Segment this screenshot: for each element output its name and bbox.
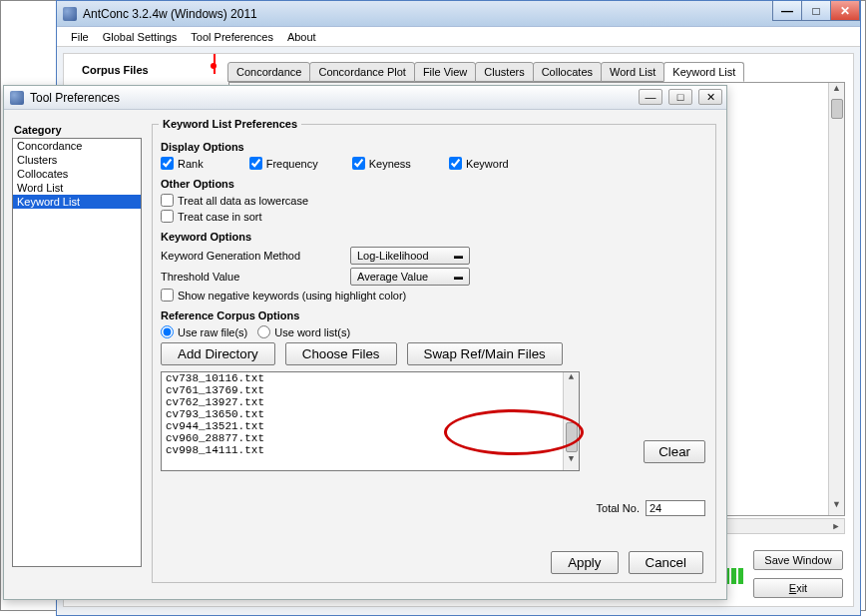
window-maximize-button[interactable]: □ [801,1,831,21]
keyword-gen-method-value: Log-Likelihood [357,250,429,262]
scroll-up-icon[interactable]: ▲ [564,372,579,388]
keyword-label: Keyword [466,158,509,170]
keyword-options-heading: Keyword Options [161,231,707,243]
tab-file-view[interactable]: File View [414,62,476,82]
total-no-label: Total No. [597,502,640,514]
file-row[interactable]: cv761_13769.txt [162,384,579,396]
tool-tabs: Concordance Concordance Plot File View C… [228,62,744,82]
menu-file[interactable]: File [67,31,93,43]
dialog-title: Tool Preferences [30,91,120,105]
results-vertical-scrollbar[interactable]: ▲ ▼ [828,83,844,515]
dialog-titlebar: Tool Preferences — □ ✕ [4,86,726,110]
menu-bar: File Global Settings Tool Preferences Ab… [57,27,860,47]
file-row[interactable]: cv998_14111.txt [162,444,579,456]
other-options-heading: Other Options [161,178,707,190]
tab-collocates[interactable]: Collocates [533,62,602,82]
keyword-list-preferences-group: Keyword List Preferences Display Options… [152,124,716,583]
menu-about[interactable]: About [283,31,320,43]
main-title: AntConc 3.2.4w (Windows) 2011 [83,7,257,21]
dialog-close-button[interactable]: ✕ [698,89,722,105]
rank-label: Rank [178,158,204,170]
checkbox-treat-lowercase[interactable]: Treat all data as lowercase [161,194,308,207]
add-directory-button[interactable]: Add Directory [161,342,275,365]
scroll-thumb[interactable] [566,422,578,452]
threshold-combo[interactable]: Average Value ▬ [350,268,470,286]
combo-arrow-icon: ▬ [454,272,463,282]
checkbox-keyness[interactable]: Keyness [352,157,411,170]
frequency-checkbox-input[interactable] [249,157,262,170]
treat-case-sort-label: Treat case in sort [178,211,262,223]
keyword-gen-method-combo[interactable]: Log-Likelihood ▬ [350,247,470,265]
window-close-button[interactable]: ✕ [830,1,860,21]
radio-use-wordlist[interactable]: Use word list(s) [257,325,350,338]
swap-ref-main-button[interactable]: Swap Ref/Main Files [407,342,563,365]
use-wordlist-label: Use word list(s) [274,326,350,338]
threshold-label: Threshold Value [161,271,340,283]
menu-tool-preferences[interactable]: Tool Preferences [187,31,277,43]
scroll-thumb[interactable] [831,99,843,119]
window-minimize-button[interactable]: — [772,1,802,21]
save-window-button[interactable]: Save Window [753,550,843,570]
frequency-label: Frequency [266,158,318,170]
file-row[interactable]: cv762_13927.txt [162,396,579,408]
use-raw-radio[interactable] [161,325,174,338]
clear-button[interactable]: Clear [644,440,705,463]
apply-button[interactable]: Apply [551,551,618,574]
use-raw-label: Use raw file(s) [178,326,247,338]
keyword-checkbox-input[interactable] [449,157,462,170]
group-legend: Keyword List Preferences [159,118,301,130]
tab-concordance[interactable]: Concordance [227,62,310,82]
radio-use-raw[interactable]: Use raw file(s) [161,325,247,338]
category-item-keyword-list[interactable]: Keyword List [13,195,141,209]
tab-word-list[interactable]: Word List [601,62,664,82]
total-no-field[interactable] [646,500,705,516]
checkbox-show-negative[interactable]: Show negative keywords (using highlight … [161,289,406,302]
corpus-files-label: Corpus Files [82,64,149,76]
scroll-down-icon[interactable]: ▼ [829,499,844,515]
scroll-down-icon[interactable]: ▼ [564,454,579,470]
treat-lowercase-label: Treat all data as lowercase [178,195,308,207]
display-options-heading: Display Options [161,141,707,153]
treat-lowercase-input[interactable] [161,194,174,207]
keyword-gen-method-label: Keyword Generation Method [161,250,340,262]
file-row[interactable]: cv738_10116.txt [162,372,579,384]
tab-keyword-list[interactable]: Keyword List [663,62,744,82]
file-list-vscroll[interactable]: ▲ ▼ [563,372,579,470]
tool-preferences-dialog: Tool Preferences — □ ✕ Category Concorda… [3,85,727,600]
category-label: Category [14,124,142,136]
tab-concordance-plot[interactable]: Concordance Plot [309,62,414,82]
checkbox-frequency[interactable]: Frequency [249,157,318,170]
choose-files-button[interactable]: Choose Files [285,342,397,365]
keyness-checkbox-input[interactable] [352,157,365,170]
checkbox-keyword[interactable]: Keyword [449,157,509,170]
cancel-button[interactable]: Cancel [629,551,704,574]
reference-file-list[interactable]: cv738_10116.txt cv761_13769.txt cv762_13… [161,371,580,471]
tab-clusters[interactable]: Clusters [475,62,533,82]
checkbox-treat-case-sort[interactable]: Treat case in sort [161,210,262,223]
scroll-right-icon[interactable]: ► [828,519,844,533]
dialog-icon [10,91,24,105]
dialog-maximize-button[interactable]: □ [668,89,692,105]
combo-arrow-icon: ▬ [454,251,463,261]
category-item-word-list[interactable]: Word List [13,181,141,195]
scroll-up-icon[interactable]: ▲ [829,83,844,99]
exit-button[interactable]: Exit [753,578,843,598]
threshold-value: Average Value [357,271,428,283]
main-titlebar: AntConc 3.2.4w (Windows) 2011 — □ ✕ [57,1,860,27]
rank-checkbox-input[interactable] [161,157,174,170]
treat-case-sort-input[interactable] [161,210,174,223]
dialog-minimize-button[interactable]: — [639,89,662,105]
checkbox-rank[interactable]: Rank [161,157,204,170]
file-row[interactable]: cv944_13521.txt [162,420,579,432]
category-item-clusters[interactable]: Clusters [13,153,141,167]
category-item-concordance[interactable]: Concordance [13,139,141,153]
show-negative-input[interactable] [161,289,174,302]
file-row[interactable]: cv793_13650.txt [162,408,579,420]
reference-corpus-heading: Reference Corpus Options [161,309,707,321]
category-item-collocates[interactable]: Collocates [13,167,141,181]
use-wordlist-radio[interactable] [257,325,270,338]
menu-global-settings[interactable]: Global Settings [99,31,182,43]
category-listbox[interactable]: Concordance Clusters Collocates Word Lis… [12,138,142,567]
file-row[interactable]: cv960_28877.txt [162,432,579,444]
marker-dot [211,63,217,69]
